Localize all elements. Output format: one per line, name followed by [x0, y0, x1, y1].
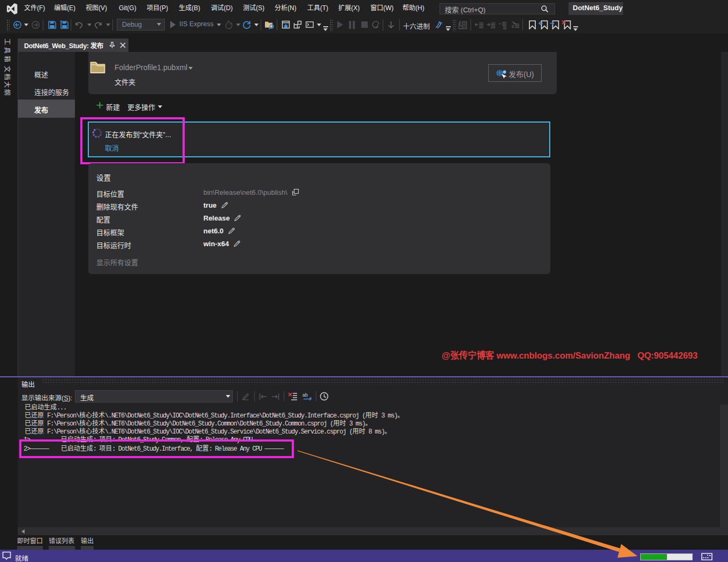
svg-text:ab: ab	[302, 392, 308, 398]
